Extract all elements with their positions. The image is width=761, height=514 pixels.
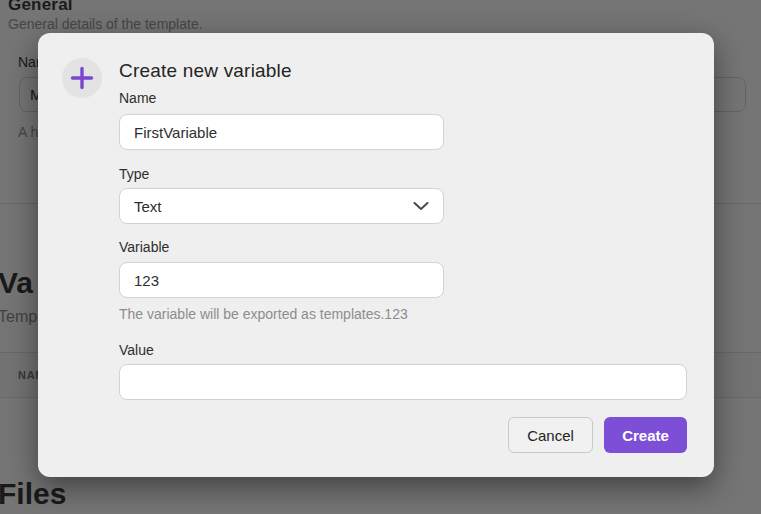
chevron-down-icon xyxy=(413,202,429,211)
variable-input[interactable] xyxy=(119,262,444,298)
modal-title: Create new variable xyxy=(119,60,292,82)
type-select-value: Text xyxy=(134,198,162,215)
value-field-label: Value xyxy=(119,342,154,358)
cancel-button[interactable]: Cancel xyxy=(508,417,593,453)
name-input[interactable] xyxy=(119,114,444,150)
variable-field-label: Variable xyxy=(119,239,169,255)
page: General General details of the template.… xyxy=(0,0,761,514)
plus-icon xyxy=(62,58,102,98)
create-button[interactable]: Create xyxy=(604,417,687,453)
type-select[interactable]: Text xyxy=(119,188,444,224)
type-field-label: Type xyxy=(119,166,149,182)
name-field-label: Name xyxy=(119,90,156,106)
create-variable-modal: Create new variable Name Type Text Varia… xyxy=(38,33,714,477)
variable-export-helper-text: The variable will be exported as templat… xyxy=(119,306,408,322)
value-input[interactable] xyxy=(119,364,687,400)
plus-icon-glyph xyxy=(70,66,94,90)
modal-footer: Cancel Create xyxy=(508,417,687,453)
